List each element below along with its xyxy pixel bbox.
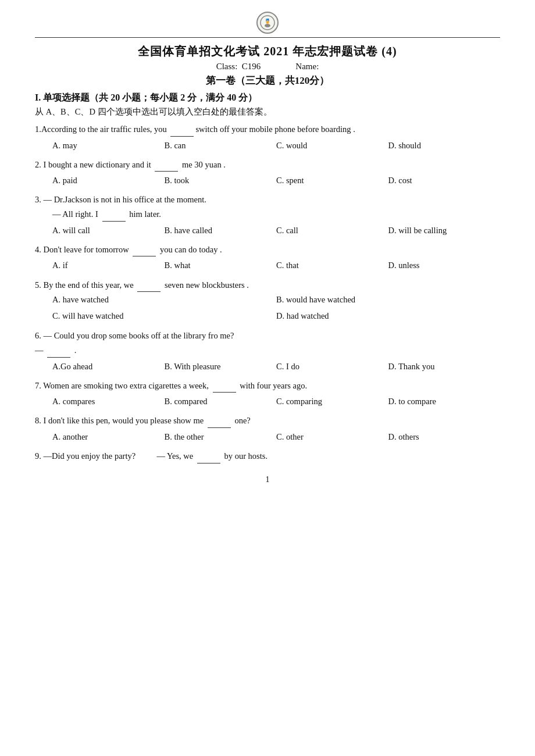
q1-options: A. may B. can C. would D. should: [35, 138, 500, 153]
question-1: 1.According to the air traffic rules, yo…: [35, 122, 500, 153]
q2-opt-a: A. paid: [52, 173, 165, 188]
main-title: 全国体育单招文化考试 2021 年志宏押题试卷 (4): [35, 44, 500, 59]
q5-opt-c: C. will have watched: [52, 308, 276, 324]
q5-options: A. have watched B. would have watched C.…: [35, 292, 500, 324]
q2-opt-b: B. took: [165, 173, 277, 188]
header-divider: [35, 37, 500, 38]
q1-opt-a: A. may: [52, 138, 165, 153]
q2-opt-c: C. spent: [276, 173, 388, 188]
q1-opt-b: B. can: [165, 138, 277, 153]
q8-opt-a: A. another: [52, 429, 165, 444]
q4-options: A. if B. what C. that D. unless: [35, 258, 500, 273]
q8-opt-d: D. others: [388, 429, 501, 444]
question-7: 7. Women are smoking two extra cigarette…: [35, 379, 500, 409]
page-number: 1: [35, 475, 500, 484]
q6-opt-a: A.Go ahead: [52, 359, 165, 374]
svg-point-2: [265, 24, 270, 27]
q3-text2: — All right. I him later.: [35, 207, 500, 222]
name-label: Name:: [295, 62, 319, 72]
section1-title: 第一卷（三大题，共120分）: [35, 74, 500, 87]
q7-text: 7. Women are smoking two extra cigarette…: [35, 379, 500, 393]
q6-opt-b: B. With pleasure: [165, 359, 277, 374]
q4-opt-c: C. that: [276, 258, 388, 273]
question-6: 6. — Could you drop some books off at th…: [35, 329, 500, 373]
q7-opt-c: C. comparing: [276, 394, 388, 409]
question-5: 5. By the end of this year, we seven new…: [35, 278, 500, 324]
q8-options: A. another B. the other C. other D. othe…: [35, 429, 500, 444]
class-label: Class: C196: [216, 62, 261, 72]
q2-options: A. paid B. took C. spent D. cost: [35, 173, 500, 188]
q1-text: 1.According to the air traffic rules, yo…: [35, 122, 500, 137]
q8-opt-b: B. the other: [165, 429, 277, 444]
q3-opt-d: D. will be calling: [388, 223, 501, 238]
q5-text: 5. By the end of this year, we seven new…: [35, 278, 500, 293]
q6-text: 6. — Could you drop some books off at th…: [35, 329, 500, 343]
part1-title: I. 单项选择题（共 20 小题；每小题 2 分，满分 40 分）: [35, 92, 500, 104]
part1-instruction: 从 A、B、C、D 四个选项中选出可以填入空白处的最佳答案。: [35, 106, 500, 117]
q7-options: A. compares B. compared C. comparing D. …: [35, 394, 500, 409]
q8-text: 8. I don't like this pen, would you plea…: [35, 413, 500, 428]
question-2: 2. I bought a new dictionary and it me 3…: [35, 158, 500, 188]
q7-opt-d: D. to compare: [388, 394, 501, 409]
q7-opt-a: A. compares: [52, 394, 165, 409]
q3-opt-b: B. have called: [165, 223, 277, 238]
q2-text: 2. I bought a new dictionary and it me 3…: [35, 158, 500, 172]
q1-opt-c: C. would: [276, 138, 388, 153]
q3-opt-c: C. call: [276, 223, 388, 238]
q3-options: A. will call B. have called C. call D. w…: [35, 223, 500, 238]
svg-text:🏅: 🏅: [265, 18, 270, 24]
class-name-line: Class: C196 Name:: [35, 62, 500, 72]
q5-opt-d: D. had watched: [276, 308, 500, 324]
question-4: 4. Don't leave for tomorrow you can do t…: [35, 243, 500, 273]
q1-opt-d: D. should: [388, 138, 501, 153]
q8-opt-c: C. other: [276, 429, 388, 444]
q4-opt-a: A. if: [52, 258, 165, 273]
q4-text: 4. Don't leave for tomorrow you can do t…: [35, 243, 500, 257]
q9-text: 9. —Did you enjoy the party? — Yes, we b…: [35, 449, 500, 463]
logo-icon: 🏅: [256, 12, 279, 34]
q2-opt-d: D. cost: [388, 173, 501, 188]
q4-opt-d: D. unless: [388, 258, 501, 273]
q3-opt-a: A. will call: [52, 223, 165, 238]
q3-text: 3. — Dr.Jackson is not in his office at …: [35, 192, 500, 207]
q6-opt-c: C. I do: [276, 359, 388, 374]
q5-opt-a: A. have watched: [52, 292, 276, 308]
q4-opt-b: B. what: [165, 258, 277, 273]
question-3: 3. — Dr.Jackson is not in his office at …: [35, 192, 500, 237]
q5-opt-b: B. would have watched: [276, 292, 500, 308]
q6-opt-d: D. Thank you: [388, 359, 501, 374]
question-9: 9. —Did you enjoy the party? — Yes, we b…: [35, 449, 500, 463]
q6-options: A.Go ahead B. With pleasure C. I do D. T…: [35, 359, 500, 374]
question-8: 8. I don't like this pen, would you plea…: [35, 413, 500, 444]
q6-text2: — .: [35, 343, 500, 358]
q7-opt-b: B. compared: [165, 394, 277, 409]
